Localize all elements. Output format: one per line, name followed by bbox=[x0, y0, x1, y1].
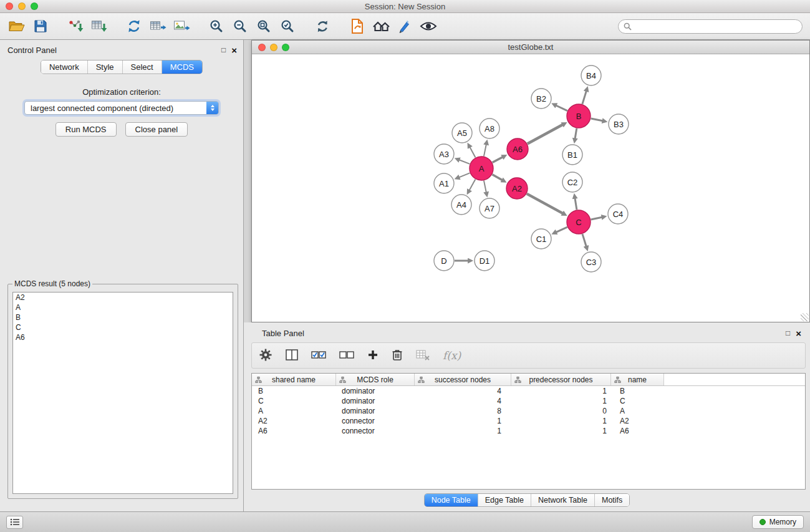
graph-node-C3[interactable]: C3 bbox=[581, 252, 601, 272]
memory-button[interactable]: Memory bbox=[752, 515, 804, 529]
resize-grip[interactable] bbox=[801, 313, 809, 321]
graph-edge-A-A6[interactable] bbox=[493, 157, 503, 163]
float-table-panel-icon[interactable]: □ bbox=[786, 329, 790, 337]
table-row[interactable]: Adominator80A bbox=[252, 406, 805, 416]
graph-edge-A6-B[interactable] bbox=[528, 125, 563, 144]
search-input[interactable] bbox=[635, 22, 797, 31]
network-canvas[interactable]: B4B2BB3A8A5A6A3B1AC2A1A2A4A7C4CC1DD1C3 bbox=[252, 54, 809, 322]
graph-node-A2[interactable]: A2 bbox=[506, 178, 528, 199]
table-row[interactable]: A2connector11A2 bbox=[252, 416, 805, 426]
open-network-file-button[interactable] bbox=[345, 15, 369, 37]
table-settings-button[interactable] bbox=[259, 348, 272, 364]
search-field[interactable] bbox=[618, 19, 803, 34]
table-tab-motifs[interactable]: Motifs bbox=[595, 494, 629, 506]
graph-node-B[interactable]: B bbox=[567, 104, 591, 128]
graph-edge-C-C1[interactable] bbox=[556, 227, 567, 232]
float-panel-icon[interactable]: □ bbox=[221, 46, 226, 54]
graph-node-C4[interactable]: C4 bbox=[608, 204, 628, 224]
table-row[interactable]: Cdominator41C bbox=[252, 396, 805, 406]
graph-edge-B-B4[interactable] bbox=[582, 91, 586, 104]
graph-node-B2[interactable]: B2 bbox=[531, 89, 551, 109]
graph-node-A4[interactable]: A4 bbox=[451, 195, 471, 215]
graph-edge-A-A3[interactable] bbox=[459, 160, 470, 164]
graph-edge-B-B2[interactable] bbox=[556, 105, 567, 111]
table-tab-node-table[interactable]: Node Table bbox=[425, 494, 478, 506]
mcds-result-item[interactable]: C bbox=[13, 322, 233, 332]
graph-node-B1[interactable]: B1 bbox=[562, 145, 582, 165]
home-button[interactable] bbox=[369, 15, 393, 37]
import-network-button[interactable] bbox=[64, 15, 87, 37]
show-hide-button[interactable] bbox=[417, 15, 440, 37]
close-window-button[interactable] bbox=[6, 2, 13, 10]
graph-node-A1[interactable]: A1 bbox=[434, 173, 454, 193]
add-column-button[interactable] bbox=[367, 349, 378, 362]
graph-edge-C-C2[interactable] bbox=[575, 198, 577, 210]
graph-node-A6[interactable]: A6 bbox=[507, 138, 528, 160]
graph-node-A3[interactable]: A3 bbox=[434, 144, 454, 164]
graph-node-A8[interactable]: A8 bbox=[480, 118, 499, 138]
refresh-view-button[interactable] bbox=[311, 15, 334, 37]
graph-edge-A-A4[interactable] bbox=[470, 180, 476, 191]
network-maximize-button[interactable] bbox=[282, 44, 289, 51]
network-minimize-button[interactable] bbox=[270, 44, 277, 51]
run-mcds-button[interactable]: Run MCDS bbox=[55, 122, 117, 137]
column-header-predecessor-nodes[interactable]: predecessor nodes bbox=[511, 374, 611, 385]
column-header-name[interactable]: name bbox=[611, 374, 664, 385]
graph-node-A7[interactable]: A7 bbox=[480, 198, 499, 218]
show-panels-button[interactable] bbox=[6, 516, 23, 529]
function-builder-button[interactable]: f(x) bbox=[443, 349, 461, 362]
control-tab-network[interactable]: Network bbox=[41, 60, 88, 74]
zoom-fit-button[interactable] bbox=[252, 15, 276, 37]
save-session-button[interactable] bbox=[29, 15, 52, 37]
mcds-result-item[interactable]: A6 bbox=[13, 332, 233, 342]
open-session-button[interactable] bbox=[5, 15, 29, 37]
table-row[interactable]: Bdominator41B bbox=[252, 386, 805, 396]
mcds-result-list[interactable]: A2ABCA6 bbox=[12, 292, 233, 494]
table-tab-network-table[interactable]: Network Table bbox=[531, 494, 595, 506]
delete-table-button[interactable] bbox=[416, 349, 430, 362]
show-columns-button[interactable] bbox=[286, 349, 298, 362]
close-panel-button[interactable]: Close panel bbox=[125, 122, 188, 137]
network-graph[interactable]: B4B2BB3A8A5A6A3B1AC2A1A2A4A7C4CC1DD1C3 bbox=[252, 54, 809, 322]
column-header-successor-nodes[interactable]: successor nodes bbox=[415, 374, 511, 385]
graph-node-A5[interactable]: A5 bbox=[452, 123, 472, 143]
graph-node-B4[interactable]: B4 bbox=[581, 65, 601, 85]
zoom-out-button[interactable] bbox=[228, 15, 252, 37]
control-tab-mcds[interactable]: MCDS bbox=[162, 60, 202, 74]
graph-edge-A-A2[interactable] bbox=[492, 175, 502, 180]
graph-edge-A-A8[interactable] bbox=[484, 144, 486, 156]
graph-edge-B-B3[interactable] bbox=[591, 118, 603, 121]
export-image-button[interactable] bbox=[170, 15, 193, 37]
graph-edge-A-A5[interactable] bbox=[470, 147, 475, 158]
close-table-panel-icon[interactable]: × bbox=[796, 328, 801, 339]
export-network-button[interactable] bbox=[122, 15, 146, 37]
graph-edge-B-B1[interactable] bbox=[575, 128, 577, 139]
graph-edge-A-A1[interactable] bbox=[459, 173, 470, 177]
graph-edge-C-C4[interactable] bbox=[591, 217, 602, 220]
graph-node-C1[interactable]: C1 bbox=[531, 229, 551, 249]
graph-edge-C-C3[interactable] bbox=[582, 234, 586, 246]
fullscreen-window-button[interactable] bbox=[31, 2, 38, 10]
zoom-in-button[interactable] bbox=[205, 15, 228, 37]
column-header-mcds-role[interactable]: MCDS role bbox=[336, 374, 415, 385]
zoom-selected-button[interactable] bbox=[276, 15, 299, 37]
deselect-all-button[interactable] bbox=[339, 351, 354, 361]
graph-node-B3[interactable]: B3 bbox=[609, 114, 629, 134]
control-tab-select[interactable]: Select bbox=[123, 60, 162, 74]
close-panel-icon[interactable]: × bbox=[231, 45, 237, 56]
import-table-button[interactable] bbox=[87, 15, 111, 37]
graph-node-A[interactable]: A bbox=[470, 157, 493, 180]
table-row[interactable]: A6connector11A6 bbox=[252, 426, 805, 436]
control-tab-style[interactable]: Style bbox=[88, 60, 123, 74]
mcds-result-item[interactable]: A2 bbox=[13, 293, 233, 302]
network-close-button[interactable] bbox=[258, 44, 266, 51]
criterion-dropdown[interactable]: largest connected component (directed) bbox=[24, 101, 219, 115]
graph-node-C2[interactable]: C2 bbox=[562, 172, 582, 192]
graph-edge-A-A7[interactable] bbox=[484, 181, 486, 193]
graph-edge-A2-C[interactable] bbox=[527, 194, 563, 213]
minimize-window-button[interactable] bbox=[18, 2, 26, 10]
graph-node-D[interactable]: D bbox=[434, 251, 454, 271]
mcds-result-item[interactable]: A bbox=[13, 302, 233, 312]
graph-node-D1[interactable]: D1 bbox=[475, 251, 494, 271]
graph-node-C[interactable]: C bbox=[567, 210, 591, 234]
